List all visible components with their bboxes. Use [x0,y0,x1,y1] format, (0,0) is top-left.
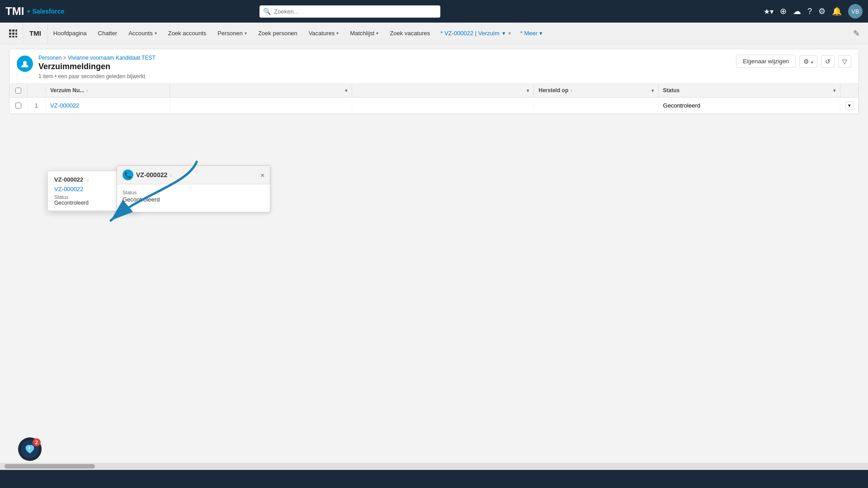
svg-point-9 [23,61,27,65]
large-popup-title: VZ-000022 [136,171,167,178]
large-popup-header: 📞 VZ-000022 ↕ × [117,166,270,184]
th-col4: ▾ [352,84,534,97]
td-actions[interactable]: ▾ [840,98,859,113]
gear-dropdown-button[interactable]: ⚙ ▾ [799,55,817,68]
svg-rect-8 [15,36,17,38]
th-verzuim[interactable]: Verzuim Nu... ↕ [46,84,170,97]
floating-badge[interactable]: + 2 [18,437,42,461]
help-icon[interactable]: ? [807,7,812,16]
svg-rect-6 [9,36,11,38]
page-content: Personen > Vivianne voornaam Kandidaat T… [9,49,859,114]
nav-item-vacatures[interactable]: Vacatures ▾ [303,23,345,44]
nav-item-chatter[interactable]: Chatter [93,23,123,44]
nav-tab-vz000022[interactable]: * VZ-000022 | Verzuim ▾ × [436,23,516,44]
verzuim-sort-icon[interactable]: ↕ [86,88,88,93]
th-status[interactable]: Status ▾ [659,84,840,97]
bottom-bar [0,470,868,488]
table-header: Verzuim Nu... ↕ ▾ ▾ Hersteld op ↕ ▾ [9,84,859,98]
td-hersteld [534,102,658,109]
nav-item-zoek-personen[interactable]: Zoek personen [253,23,303,44]
popup-title-small: VZ-000022 ↕ [54,176,89,183]
hersteld-sort-icon[interactable]: ↕ [570,88,572,93]
large-popup-field-status: Status Gecontroleerd [123,190,264,203]
table-row: 1 VZ-000022 Gecontroleerd ▾ [9,98,859,114]
matchlijst-chevron: ▾ [376,31,378,36]
large-popup-sort-icon: ↕ [170,173,172,178]
th-checkbox[interactable] [9,84,28,97]
status-chevron[interactable]: ▾ [833,88,835,93]
search-icon: 🔍 [263,8,271,15]
personen-chevron: ▾ [245,31,247,36]
svg-rect-2 [15,29,17,32]
th-col3: ▾ [170,84,352,97]
nav-app-name: TMI [23,23,48,44]
logo-salesforce: + Salesforce [27,8,64,15]
large-popup-close[interactable]: × [260,171,264,179]
nav-item-zoek-vacatures[interactable]: Zoek vacatures [384,23,436,44]
floating-count: 2 [33,438,41,446]
td-status: Gecontroleerd [659,99,840,113]
large-popup-status-value: Gecontroleerd [123,196,264,203]
gear-icon: ⚙ [803,58,809,65]
filter-button[interactable]: ▽ [838,55,851,68]
svg-rect-3 [9,33,11,35]
large-popup-body: Status Gecontroleerd [117,184,270,212]
td-checkbox[interactable] [9,99,28,112]
large-popup-title-area: 📞 VZ-000022 ↕ [123,169,172,180]
more-chevron: ▾ [539,30,542,37]
logo-tmi: TMI [5,5,24,18]
nav-item-hoofdpagina[interactable]: Hoofdpagina [48,23,93,44]
nav-item-personen[interactable]: Personen ▾ [212,23,253,44]
search-input[interactable] [259,5,440,18]
page-header-left: Personen > Vivianne voornaam Kandidaat T… [17,55,156,80]
td-col4 [352,102,534,109]
settings-icon[interactable]: ⚙ [818,6,826,16]
th-col3-chevron[interactable]: ▾ [345,88,347,93]
large-popup-icon: 📞 [123,169,133,180]
eigenaar-wijzigen-button[interactable]: Eigenaar wijzigen [736,55,796,68]
add-icon[interactable]: ⊕ [780,6,787,16]
vz-tab-asterisk: * VZ-000022 | Verzuim [440,30,500,37]
avatar[interactable]: VB [848,4,863,19]
svg-rect-5 [15,33,17,35]
page-header: Personen > Vivianne voornaam Kandidaat T… [9,49,859,84]
gear-chevron-icon: ▾ [811,60,813,65]
breadcrumb-personen-link[interactable]: Personen [38,55,61,61]
select-all-checkbox[interactable] [15,88,21,94]
popup-sort-icon: ↕ [87,178,89,183]
apps-button[interactable] [4,23,23,44]
svg-rect-7 [12,36,14,38]
verzuim-link[interactable]: VZ-000022 [50,102,79,109]
vz-tab-close[interactable]: × [508,30,511,37]
breadcrumb: Personen > Vivianne voornaam Kandidaat T… [38,55,156,61]
table-area: Verzuim Nu... ↕ ▾ ▾ Hersteld op ↕ ▾ [9,84,859,114]
row-action-button[interactable]: ▾ [845,101,854,110]
scroll-thumb[interactable] [5,464,95,469]
th-col4-chevron[interactable]: ▾ [527,88,529,93]
nav-more[interactable]: * Meer ▾ [516,23,547,44]
td-col3 [170,102,352,109]
nav-item-accounts[interactable]: Accounts ▾ [123,23,162,44]
th-hersteld[interactable]: Hersteld op ↕ ▾ [534,84,658,97]
favorites-icon[interactable]: ★▾ [764,7,774,16]
nav-item-zoek-accounts[interactable]: Zoek accounts [163,23,212,44]
edit-nav-button[interactable]: ✎ [849,23,864,44]
bell-icon[interactable]: 🔔 [832,6,842,16]
top-bar: TMI + Salesforce 🔍 ★▾ ⊕ ☁ ? ⚙ 🔔 VB [0,0,868,23]
th-status-label: Status [663,87,680,94]
refresh-icon: ↺ [825,58,830,65]
page-subtitle: 1 item • een paar seconden geleden bijwe… [38,73,156,80]
page-container: Personen > Vivianne voornaam Kandidaat T… [5,49,863,114]
scroll-bar[interactable] [0,463,868,470]
td-verzuim[interactable]: VZ-000022 [46,99,170,113]
search-bar[interactable]: 🔍 [259,5,440,18]
hersteld-chevron[interactable]: ▾ [651,88,654,93]
cloud-icon[interactable]: ☁ [793,6,801,16]
filter-icon: ▽ [842,58,847,65]
refresh-button[interactable]: ↺ [821,55,835,68]
row-checkbox[interactable] [15,103,21,108]
nav-bar: TMI Hoofdpagina Chatter Accounts ▾ Zoek … [0,23,868,44]
td-num: 1 [28,99,46,113]
nav-item-matchlijst[interactable]: Matchlijst ▾ [344,23,384,44]
breadcrumb-person-link[interactable]: Vivianne voornaam Kandidaat TEST [68,55,156,61]
